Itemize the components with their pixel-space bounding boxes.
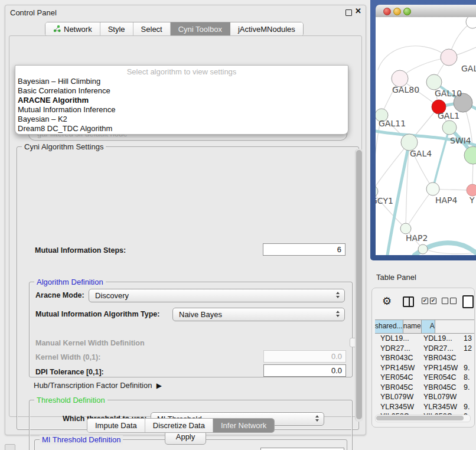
float-panel-icon[interactable] — [345, 9, 352, 16]
table-cell: YDR27... — [418, 344, 461, 354]
bottom-tab-bar: Impute DataDiscretize DataInfer Network — [87, 418, 275, 433]
mi-threshold-definition-title: MI Threshold Definition — [40, 435, 123, 444]
tab-label: Select — [141, 25, 162, 34]
settings-vertical-scrollbar[interactable] — [355, 149, 363, 422]
checked-box-icon[interactable]: ✔ — [422, 298, 428, 304]
settings-group-title: Cyni Algorithm Settings — [22, 142, 106, 151]
table-row[interactable]: YBR043CYBR043C — [375, 353, 474, 363]
tab-impute-data[interactable]: Impute Data — [87, 419, 145, 432]
hub-transcription-section-toggle[interactable]: Hub/Transcription Factor Definition ▶ — [34, 381, 162, 390]
dpi-tolerance-field[interactable]: 0.0 — [263, 364, 346, 377]
checked-box-icon[interactable]: ✔ — [430, 298, 436, 304]
kernel-width-field[interactable]: 0.0 — [263, 350, 346, 363]
tab-label: Style — [108, 25, 125, 34]
network-node[interactable] — [376, 185, 378, 197]
network-node[interactable] — [464, 146, 476, 164]
close-window-icon[interactable] — [383, 8, 391, 15]
close-panel-icon[interactable]: ✕ — [355, 6, 361, 15]
scrollbar-thumb[interactable] — [376, 416, 464, 420]
column-header-shared-[interactable]: shared... — [375, 320, 403, 333]
columns-icon[interactable] — [403, 296, 414, 307]
aracne-mode-label: Aracne Mode: — [35, 291, 84, 299]
table-cell: YLR345W — [418, 402, 461, 412]
table-body: YDL19...YDL19...13YDR27...YDR27...12YBR0… — [375, 334, 474, 422]
network-node[interactable] — [392, 70, 408, 87]
network-canvas[interactable]: GALGAL80GAL10GAL1SWI4GAL11GAL4GCY1HAP4YH… — [376, 17, 476, 255]
network-node[interactable] — [426, 74, 442, 90]
tab-cyni-toolbox[interactable]: Cyni Toolbox — [171, 22, 230, 36]
control-tab-bar: NetworkStyleSelectCyni ToolboxjActiveMNo… — [45, 22, 304, 37]
network-edge[interactable] — [406, 189, 433, 229]
table-horizontal-scrollbar[interactable] — [375, 415, 471, 422]
table-cell: YBL079W — [418, 392, 461, 402]
mi-algorithm-type-label: Mutual Information Algorithm Type: — [35, 310, 159, 318]
table-row[interactable]: YDL19...YDL19...13 — [375, 334, 474, 344]
minimized-panel-icon[interactable] — [5, 444, 15, 450]
cyni-algorithm-settings-group: Cyni Algorithm Settings Algorithm Defini… — [17, 146, 359, 430]
network-node[interactable] — [401, 134, 418, 151]
node-label-gal11: GAL11 — [379, 119, 406, 128]
network-canvas-svg: GALGAL80GAL10GAL1SWI4GAL11GAL4GCY1HAP4YH… — [376, 17, 476, 255]
tab-network[interactable]: Network — [45, 22, 100, 36]
table-cell: YPR145W — [418, 363, 461, 373]
aracne-mode-combobox[interactable]: Discovery — [89, 289, 345, 302]
algorithm-definition-group: Algorithm Definition Aracne Mode: Discov… — [29, 282, 353, 377]
table-row[interactable]: YDR27...YDR27...12 — [375, 344, 474, 354]
network-icon — [53, 25, 61, 34]
algorithm-definition-title: Algorithm Definition — [34, 278, 106, 286]
column-header-a[interactable]: A — [422, 320, 435, 333]
algorithm-option-bayesian-hill-climbing[interactable]: Bayesian – Hill Climbing — [18, 77, 345, 86]
table-row[interactable]: YER054CYER054C8. — [375, 373, 474, 383]
network-node[interactable] — [441, 49, 457, 66]
algorithm-dropdown-popup: Select algorithm to view settings Bayesi… — [15, 65, 348, 135]
tab-style[interactable]: Style — [100, 22, 133, 36]
node-label-swi4: SWI4 — [450, 136, 471, 145]
unchecked-box-icon[interactable] — [442, 298, 448, 304]
network-node[interactable] — [400, 223, 411, 234]
table-cell: YBR043C — [375, 353, 418, 363]
network-node[interactable] — [418, 244, 428, 254]
document-icon[interactable] — [462, 295, 474, 308]
network-edge[interactable] — [378, 46, 449, 70]
network-window-frame: GALGAL80GAL10GAL1SWI4GAL11GAL4GCY1HAP4YH… — [370, 0, 476, 260]
table-cell: YDL19... — [418, 334, 461, 344]
table-row[interactable]: YLR345WYLR345W9. — [375, 402, 474, 412]
network-window-titlebar[interactable] — [376, 5, 476, 18]
unchecked-box-icon[interactable] — [450, 298, 457, 304]
table-row[interactable]: YPR145WYPR145W9. — [375, 363, 474, 373]
tab-infer-network[interactable]: Infer Network — [213, 419, 274, 432]
table-cell: YBR043C — [418, 353, 461, 363]
tab-select[interactable]: Select — [133, 22, 171, 36]
mi-steps-field[interactable]: 6 — [263, 243, 345, 256]
mi-threshold-field[interactable]: 0.5 — [260, 448, 344, 450]
table-row[interactable]: YBR045CYBR045C9. — [375, 383, 474, 393]
node-label-gal80: GAL80 — [392, 85, 419, 94]
network-node[interactable] — [467, 184, 476, 196]
tab-jactivemnodules[interactable]: jActiveMNodules — [230, 22, 303, 36]
network-node[interactable] — [466, 17, 476, 28]
algorithm-option-bayesian-k2[interactable]: Bayesian – K2 — [18, 115, 345, 124]
dpi-tolerance-label: DPI Tolerance [0,1]: — [35, 368, 104, 376]
tab-label: jActiveMNodules — [238, 25, 295, 34]
combo-arrows-icon — [336, 292, 340, 298]
algorithm-option-aracne-algorithm[interactable]: ARACNE Algorithm — [18, 96, 345, 105]
gear-icon[interactable]: ⚙ — [382, 295, 392, 307]
network-node[interactable] — [426, 182, 439, 195]
node-label-gal4: GAL4 — [410, 149, 432, 158]
network-node[interactable] — [442, 120, 457, 135]
table-cell: 8. — [461, 373, 474, 383]
scrollbar-thumb[interactable] — [356, 150, 362, 419]
table-cell: YLR345W — [375, 402, 418, 412]
combo-arrows-icon — [315, 415, 319, 422]
column-header-name[interactable]: name — [403, 320, 422, 333]
table-cell: YER054C — [375, 373, 418, 383]
table-row[interactable]: YBL079WYBL079W — [375, 392, 474, 402]
algorithm-option-dream8-dc-tdc-algorithm[interactable]: Dream8 DC_TDC Algorithm — [18, 124, 345, 133]
algorithm-option-mutual-information-inference[interactable]: Mutual Information Inference — [18, 105, 345, 115]
mi-algorithm-type-combobox[interactable]: Naive Bayes — [172, 308, 345, 321]
minimize-window-icon[interactable] — [393, 8, 401, 15]
algorithm-option-basic-correlation-inference[interactable]: Basic Correlation Inference — [18, 86, 345, 96]
tab-discretize-data[interactable]: Discretize Data — [145, 419, 213, 432]
zoom-window-icon[interactable] — [403, 8, 411, 15]
table-cell: YDR27... — [375, 344, 418, 354]
